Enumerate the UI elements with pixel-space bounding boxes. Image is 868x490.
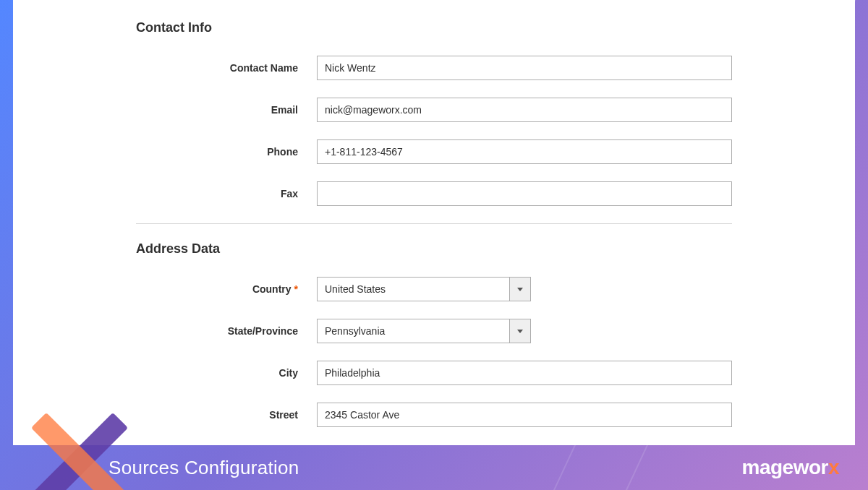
- row-street: Street: [136, 403, 732, 427]
- label-country: Country *: [136, 283, 317, 295]
- row-email: Email: [136, 98, 732, 122]
- input-email[interactable]: [317, 98, 732, 122]
- select-state[interactable]: Pennsylvania: [317, 319, 531, 343]
- footer-bar: Sources Configuration mageworx: [0, 445, 868, 490]
- select-country-toggle[interactable]: [509, 277, 531, 301]
- section-title-contact: Contact Info: [136, 20, 732, 35]
- row-country: Country * United States: [136, 277, 732, 301]
- form-panel: Contact Info Contact Name Email Phone Fa…: [13, 0, 855, 445]
- footer-title: Sources Configuration: [109, 457, 299, 479]
- select-country[interactable]: United States: [317, 277, 531, 301]
- label-state: State/Province: [136, 325, 317, 337]
- required-asterisk: *: [294, 283, 298, 295]
- row-state: State/Province Pennsylvania: [136, 319, 732, 343]
- chevron-down-icon: [517, 330, 523, 333]
- select-state-toggle[interactable]: [509, 319, 531, 343]
- input-phone[interactable]: [317, 139, 732, 164]
- section-title-address: Address Data: [136, 241, 732, 257]
- label-phone: Phone: [136, 146, 317, 158]
- brand-wordmark: mageworx: [741, 456, 839, 479]
- row-phone: Phone: [136, 139, 732, 164]
- label-street: Street: [136, 409, 317, 421]
- row-city: City: [136, 361, 732, 385]
- row-fax: Fax: [136, 181, 732, 206]
- input-city[interactable]: [317, 361, 732, 385]
- input-street[interactable]: [317, 403, 732, 427]
- input-contact-name[interactable]: [317, 56, 732, 80]
- label-city: City: [136, 367, 317, 379]
- select-state-value[interactable]: Pennsylvania: [317, 319, 509, 343]
- input-fax[interactable]: [317, 181, 732, 206]
- row-contact-name: Contact Name: [136, 56, 732, 80]
- section-divider: [136, 223, 732, 224]
- label-email: Email: [136, 104, 317, 116]
- chevron-down-icon: [517, 288, 523, 291]
- label-fax: Fax: [136, 188, 317, 199]
- select-country-value[interactable]: United States: [317, 277, 509, 301]
- label-contact-name: Contact Name: [136, 62, 317, 74]
